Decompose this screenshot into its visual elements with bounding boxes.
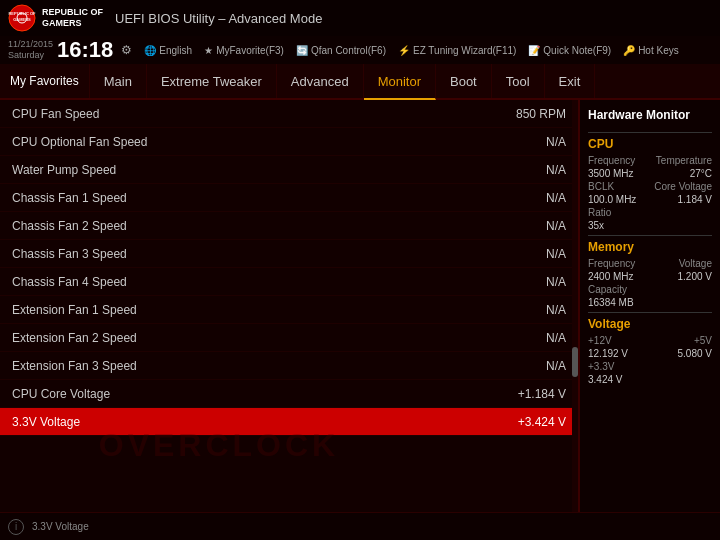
- hw-volt-12-label: +12V: [588, 335, 612, 346]
- nav-advanced[interactable]: Advanced: [277, 64, 364, 98]
- hw-volt-12-val-row: 12.192 V 5.080 V: [588, 348, 712, 359]
- row-value: N/A: [486, 359, 566, 373]
- table-row[interactable]: 3.3V Voltage+3.424 V: [0, 408, 578, 436]
- fan-icon: 🔄: [296, 45, 308, 56]
- row-label: CPU Fan Speed: [12, 107, 486, 121]
- hw-memory-title: Memory: [588, 240, 712, 254]
- logo-area: REPUBLIC OF GAMERS REPUBLIC OF GAMERS: [8, 4, 103, 32]
- time-display: 16:18: [57, 37, 113, 63]
- row-label: Water Pump Speed: [12, 163, 486, 177]
- hw-cpu-bclk-value: 100.0 MHz: [588, 194, 636, 205]
- scroll-track[interactable]: [572, 100, 578, 512]
- row-label: Chassis Fan 1 Speed: [12, 191, 486, 205]
- hw-volt-5-label: +5V: [694, 335, 712, 346]
- hw-mem-freq-label: Frequency: [588, 258, 635, 269]
- nav-main[interactable]: Main: [90, 64, 147, 98]
- hw-volt-5-value: 5.080 V: [678, 348, 712, 359]
- table-row[interactable]: Chassis Fan 2 SpeedN/A: [0, 212, 578, 240]
- hw-cpu-corev-label: Core Voltage: [654, 181, 712, 192]
- toolbar-qfan-label: Qfan Control(F6): [311, 45, 386, 56]
- gear-icon[interactable]: ⚙: [121, 43, 132, 57]
- table-row[interactable]: Chassis Fan 4 SpeedN/A: [0, 268, 578, 296]
- hw-mem-volt-value: 1.200 V: [678, 271, 712, 282]
- hw-mem-cap-val-row: 16384 MB: [588, 297, 712, 308]
- table-row[interactable]: CPU Core Voltage+1.184 V: [0, 380, 578, 408]
- hw-volt-33-value: 3.424 V: [588, 374, 622, 385]
- hw-volt-33-val-row: 3.424 V: [588, 374, 712, 385]
- hw-cpu-freq-row: Frequency Temperature: [588, 155, 712, 166]
- row-label: 3.3V Voltage: [12, 415, 486, 429]
- star-icon: ★: [204, 45, 213, 56]
- nav-extremetweaker[interactable]: Extreme Tweaker: [147, 64, 277, 98]
- table-row[interactable]: Extension Fan 2 SpeedN/A: [0, 324, 578, 352]
- hw-divider-top: [588, 132, 712, 133]
- hw-mem-freq-value: 2400 MHz: [588, 271, 634, 282]
- table-row[interactable]: Chassis Fan 3 SpeedN/A: [0, 240, 578, 268]
- row-value: N/A: [486, 247, 566, 261]
- hw-monitor-title: Hardware Monitor: [588, 108, 712, 126]
- row-label: Extension Fan 1 Speed: [12, 303, 486, 317]
- hw-cpu-corev-value: 1.184 V: [678, 194, 712, 205]
- table-row[interactable]: Extension Fan 3 SpeedN/A: [0, 352, 578, 380]
- toolbar-myfavorite[interactable]: ★ MyFavorite(F3): [204, 45, 284, 56]
- hw-mem-cap-row: Capacity: [588, 284, 712, 295]
- hw-divider-mem: [588, 235, 712, 236]
- hw-cpu-freq-label: Frequency: [588, 155, 635, 166]
- table-row[interactable]: Extension Fan 1 SpeedN/A: [0, 296, 578, 324]
- key-icon: 🔑: [623, 45, 635, 56]
- toolbar-english[interactable]: 🌐 English: [144, 45, 192, 56]
- toolbar-english-label: English: [159, 45, 192, 56]
- svg-text:GAMERS: GAMERS: [13, 17, 31, 22]
- nav-myfavorites[interactable]: My Favorites: [0, 64, 90, 98]
- toolbar-qfan[interactable]: 🔄 Qfan Control(F6): [296, 45, 386, 56]
- hw-cpu-title: CPU: [588, 137, 712, 151]
- hw-cpu-bclk-val-row: 100.0 MHz 1.184 V: [588, 194, 712, 205]
- table-row[interactable]: CPU Fan Speed850 RPM: [0, 100, 578, 128]
- hw-mem-cap-value: 16384 MB: [588, 297, 634, 308]
- hw-mem-freq-val-row: 2400 MHz 1.200 V: [588, 271, 712, 282]
- row-label: Chassis Fan 2 Speed: [12, 219, 486, 233]
- nav-exit[interactable]: Exit: [545, 64, 596, 98]
- table-row[interactable]: CPU Optional Fan SpeedN/A: [0, 128, 578, 156]
- row-value: N/A: [486, 135, 566, 149]
- toolbar-quicknote[interactable]: 📝 Quick Note(F9): [528, 45, 611, 56]
- hw-cpu-ratio-label: Ratio: [588, 207, 611, 218]
- info-icon: i: [8, 519, 24, 535]
- hw-cpu-bclk-label: BCLK: [588, 181, 614, 192]
- row-value: N/A: [486, 331, 566, 345]
- hw-monitor-panel: Hardware Monitor CPU Frequency Temperatu…: [580, 100, 720, 512]
- nav-tool[interactable]: Tool: [492, 64, 545, 98]
- row-value: N/A: [486, 303, 566, 317]
- hw-cpu-temp-value: 27°C: [690, 168, 712, 179]
- logo-text: REPUBLIC OF GAMERS: [42, 7, 103, 29]
- row-value: N/A: [486, 275, 566, 289]
- row-value: +3.424 V: [486, 415, 566, 429]
- table-row[interactable]: Chassis Fan 1 SpeedN/A: [0, 184, 578, 212]
- hw-volt-33-label: +3.3V: [588, 361, 614, 372]
- nav-monitor[interactable]: Monitor: [364, 64, 436, 100]
- hw-cpu-bclk-row: BCLK Core Voltage: [588, 181, 712, 192]
- hw-cpu-freq-value: 3500 MHz: [588, 168, 634, 179]
- rog-logo-icon: REPUBLIC OF GAMERS: [8, 4, 36, 32]
- row-label: CPU Optional Fan Speed: [12, 135, 486, 149]
- hw-volt-12-value: 12.192 V: [588, 348, 628, 359]
- row-value: 850 RPM: [486, 107, 566, 121]
- hw-cpu-temp-label: Temperature: [656, 155, 712, 166]
- info-bar: i 3.3V Voltage: [0, 512, 720, 540]
- row-label: Chassis Fan 4 Speed: [12, 275, 486, 289]
- row-label: Extension Fan 2 Speed: [12, 331, 486, 345]
- toolbar-eztuning[interactable]: ⚡ EZ Tuning Wizard(F11): [398, 45, 516, 56]
- toolbar-hotkeys[interactable]: 🔑 Hot Keys: [623, 45, 679, 56]
- hw-divider-volt: [588, 312, 712, 313]
- toolbar-myfavorite-label: MyFavorite(F3): [216, 45, 284, 56]
- scroll-thumb[interactable]: [572, 347, 578, 377]
- hw-mem-freq-row: Frequency Voltage: [588, 258, 712, 269]
- row-label: Extension Fan 3 Speed: [12, 359, 486, 373]
- toolbar-quicknote-label: Quick Note(F9): [543, 45, 611, 56]
- hw-cpu-freq-val-row: 3500 MHz 27°C: [588, 168, 712, 179]
- toolbar-eztuning-label: EZ Tuning Wizard(F11): [413, 45, 516, 56]
- table-row[interactable]: Water Pump SpeedN/A: [0, 156, 578, 184]
- toolbar-hotkeys-label: Hot Keys: [638, 45, 679, 56]
- nav-boot[interactable]: Boot: [436, 64, 492, 98]
- main-area: OVERCLOCK CPU Fan Speed850 RPMCPU Option…: [0, 100, 720, 512]
